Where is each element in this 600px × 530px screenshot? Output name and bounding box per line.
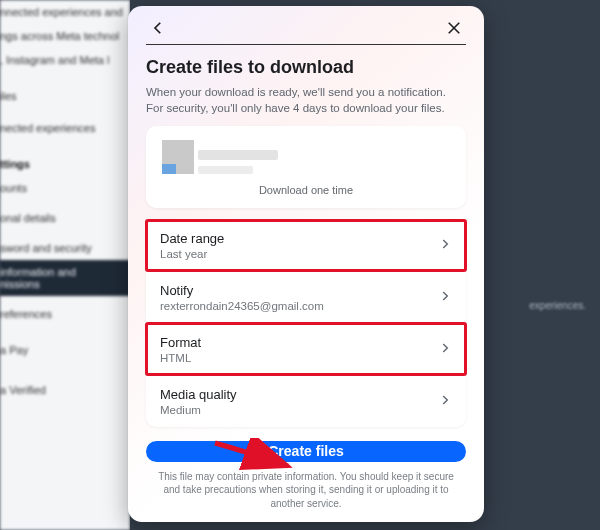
bg-item: ounts bbox=[0, 176, 130, 200]
bg-item: a Pay bbox=[0, 326, 130, 362]
row-value: rexterrondain24365@gmail.com bbox=[160, 300, 324, 312]
summary-preview bbox=[162, 140, 450, 174]
row-format[interactable]: Format HTML bbox=[146, 323, 466, 375]
modal-description: When your download is ready, we'll send … bbox=[146, 84, 466, 116]
row-label: Media quality bbox=[160, 387, 237, 402]
bg-right-hint: experiences. bbox=[529, 300, 586, 311]
back-button[interactable] bbox=[146, 16, 170, 40]
bg-text: nnected experiences and bbox=[0, 0, 130, 24]
create-files-label: Create files bbox=[268, 443, 343, 459]
download-one-time-label: Download one time bbox=[162, 184, 450, 196]
bg-text: , Instagram and Meta l bbox=[0, 48, 130, 72]
chevron-right-icon bbox=[438, 289, 452, 307]
bg-item: a Verified bbox=[0, 362, 130, 402]
bg-item: nected experiences bbox=[0, 108, 130, 140]
row-value: Medium bbox=[160, 404, 237, 416]
divider bbox=[146, 44, 466, 45]
row-label: Date range bbox=[160, 231, 224, 246]
chevron-right-icon bbox=[438, 237, 452, 255]
bg-item-active: information and nissions bbox=[0, 260, 130, 296]
bg-item: iles bbox=[0, 72, 130, 108]
row-label: Format bbox=[160, 335, 201, 350]
modal-title: Create files to download bbox=[146, 57, 466, 78]
row-notify[interactable]: Notify rexterrondain24365@gmail.com bbox=[146, 271, 466, 323]
download-modal: Create files to download When your downl… bbox=[128, 6, 484, 522]
bg-item: sword and security bbox=[0, 230, 130, 260]
close-button[interactable] bbox=[442, 16, 466, 40]
summary-card: Download one time bbox=[146, 126, 466, 208]
disclaimer-text: This file may contain private informatio… bbox=[146, 470, 466, 511]
bg-item: onal details bbox=[0, 200, 130, 230]
chevron-left-icon bbox=[149, 19, 167, 37]
row-label: Notify bbox=[160, 283, 324, 298]
modal-topbar bbox=[146, 16, 466, 40]
bg-item: references bbox=[0, 296, 130, 326]
bg-heading: ttings bbox=[0, 140, 130, 176]
preview-thumbnail bbox=[162, 140, 194, 174]
row-media-quality[interactable]: Media quality Medium bbox=[146, 375, 466, 427]
chevron-right-icon bbox=[438, 393, 452, 411]
row-date-range[interactable]: Date range Last year bbox=[146, 220, 466, 271]
row-value: Last year bbox=[160, 248, 224, 260]
options-card: Date range Last year Notify rexterrondai… bbox=[146, 220, 466, 427]
preview-lines bbox=[198, 150, 450, 174]
background-sidebar: nnected experiences and ngs across Meta … bbox=[0, 0, 130, 530]
chevron-right-icon bbox=[438, 341, 452, 359]
close-icon bbox=[445, 19, 463, 37]
create-files-button[interactable]: Create files bbox=[146, 441, 466, 461]
bg-text: ngs across Meta technol bbox=[0, 24, 130, 48]
row-value: HTML bbox=[160, 352, 201, 364]
